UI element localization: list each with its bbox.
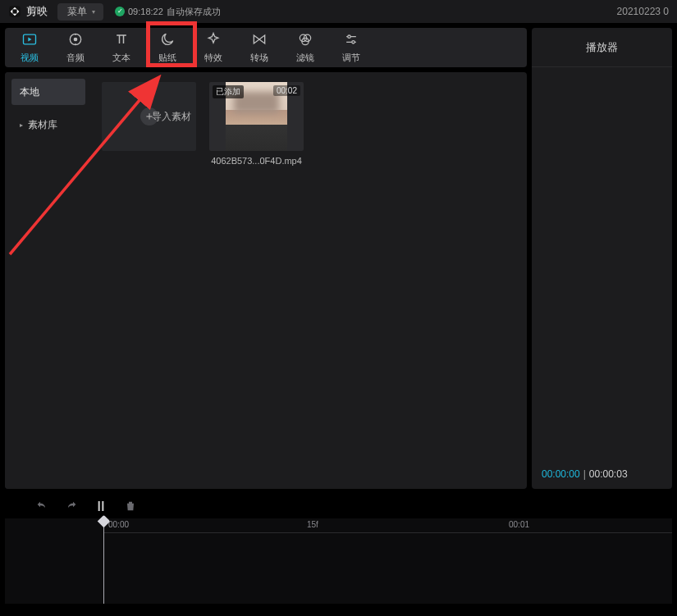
- transition-icon: [251, 31, 268, 50]
- delete-button[interactable]: [123, 499, 138, 513]
- autosave-text: 自动保存成功: [167, 6, 221, 18]
- tab-audio[interactable]: 音频: [56, 31, 95, 64]
- sparkle-icon: [205, 31, 222, 50]
- import-label: 导入素材: [152, 110, 191, 124]
- svg-rect-11: [102, 501, 103, 511]
- player-panel: 播放器 00:00:00 | 00:00:03: [532, 28, 672, 489]
- player-timecode: 00:00:00 | 00:00:03: [532, 459, 672, 489]
- sliders-icon: [343, 31, 359, 50]
- sticker-moon-icon: [159, 31, 176, 50]
- svg-point-4: [74, 38, 76, 40]
- clip-added-badge: 已添加: [213, 85, 244, 98]
- split-button[interactable]: [94, 499, 108, 513]
- autosave-status: ✓ 09:18:22 自动保存成功: [115, 6, 221, 18]
- redo-button[interactable]: [64, 499, 79, 513]
- tab-text-label: 文本: [112, 52, 130, 64]
- ruler-tick-mid: 15f: [307, 520, 318, 529]
- timeline-track-area[interactable]: 00:00 15f 00:01: [5, 518, 672, 604]
- media-panel: 视频 音频 文本 贴纸: [5, 28, 527, 489]
- tab-video[interactable]: 视频: [10, 31, 49, 64]
- sidebar-item-label: 本地: [20, 85, 39, 99]
- tab-sticker[interactable]: 贴纸: [148, 31, 187, 64]
- tab-filter[interactable]: 滤镜: [286, 31, 325, 64]
- sidebar-item-local[interactable]: 本地: [11, 79, 85, 105]
- media-sidebar: 本地 ▸ 素材库: [5, 72, 92, 489]
- media-body: 本地 ▸ 素材库 ＋ 导入素材: [5, 72, 527, 489]
- playhead[interactable]: [103, 518, 104, 604]
- clip-duration: 00:02: [273, 85, 300, 96]
- autosave-time: 09:18:22: [128, 7, 163, 16]
- import-media-tile[interactable]: ＋ 导入素材: [102, 82, 196, 151]
- timeline-ruler[interactable]: 00:00 15f 00:01: [103, 518, 672, 533]
- timecode-separator: |: [583, 468, 586, 480]
- project-date: 20210223 0: [617, 6, 669, 17]
- import-thumb: ＋ 导入素材: [102, 82, 196, 151]
- titlebar: 剪映 菜单 ▾ ✓ 09:18:22 自动保存成功 20210223 0: [0, 0, 677, 23]
- sidebar-item-library[interactable]: ▸ 素材库: [11, 112, 85, 138]
- main-menu-dropdown[interactable]: 菜单 ▾: [57, 3, 103, 21]
- svg-point-8: [348, 35, 350, 38]
- clip-filename: 4062B573...0F4D.mp4: [211, 156, 302, 166]
- player-time-current: 00:00:00: [542, 468, 580, 480]
- filter-venn-icon: [297, 31, 313, 50]
- triangle-right-icon: ▸: [20, 121, 23, 129]
- ruler-tick-1s: 00:01: [509, 520, 529, 529]
- tab-video-label: 视频: [21, 52, 39, 64]
- timeline-panel: 00:00 15f 00:01: [0, 489, 677, 612]
- sidebar-item-label: 素材库: [28, 118, 57, 132]
- player-time-total: 00:00:03: [589, 468, 628, 480]
- main-menu-label: 菜单: [67, 5, 87, 19]
- check-icon: ✓: [115, 7, 125, 16]
- timeline-toolbar: [5, 494, 672, 518]
- svg-point-9: [352, 41, 355, 43]
- tab-filter-label: 滤镜: [296, 52, 314, 64]
- audio-disc-icon: [67, 31, 84, 50]
- svg-rect-10: [98, 501, 100, 511]
- clip-thumb: 已添加 00:02: [209, 82, 304, 151]
- text-icon: [113, 31, 130, 50]
- tab-transition[interactable]: 转场: [240, 31, 279, 64]
- tab-transition-label: 转场: [250, 52, 268, 64]
- app-logo-icon: [8, 5, 21, 18]
- media-clip-tile[interactable]: 已添加 00:02 4062B573...0F4D.mp4: [209, 82, 304, 166]
- player-title: 播放器: [532, 28, 672, 67]
- tab-sticker-label: 贴纸: [158, 52, 176, 64]
- asset-tab-strip: 视频 音频 文本 贴纸: [5, 28, 527, 67]
- media-grid: ＋ 导入素材 已添加 00:02 4062B573...0F4D.mp4: [92, 72, 527, 489]
- svg-rect-1: [12, 9, 16, 13]
- main-area: 视频 音频 文本 贴纸: [0, 23, 677, 489]
- tab-effect[interactable]: 特效: [194, 31, 233, 64]
- undo-button[interactable]: [34, 499, 49, 513]
- tab-adjust[interactable]: 调节: [332, 31, 371, 64]
- chevron-down-icon: ▾: [92, 8, 95, 16]
- tab-audio-label: 音频: [66, 52, 85, 64]
- video-play-icon: [21, 31, 38, 50]
- ruler-tick-start: 00:00: [108, 520, 129, 529]
- app-name: 剪映: [26, 4, 48, 19]
- tab-adjust-label: 调节: [342, 52, 360, 64]
- tab-text[interactable]: 文本: [102, 31, 141, 64]
- player-stage[interactable]: [532, 67, 672, 459]
- tab-effect-label: 特效: [204, 52, 222, 64]
